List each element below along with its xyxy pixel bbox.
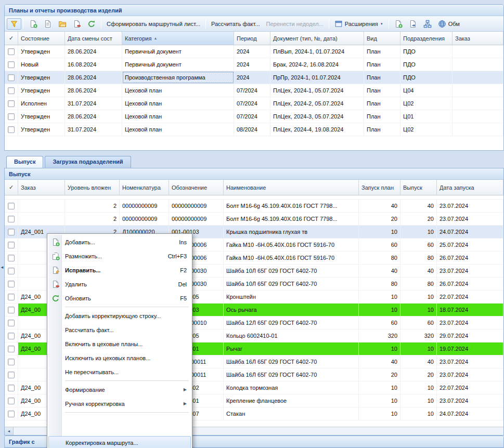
plans-grid-header-2[interactable]: Дата смены сост [65,32,122,45]
move-backlog-button[interactable]: Перенести недодел... [263,18,327,30]
plans-grid-row[interactable]: Утвержден28.06.2024Цеховой план07/2024Пл… [5,110,503,123]
header-label: Номенклатура [122,185,161,191]
row-checkbox[interactable] [8,48,15,55]
filter-button[interactable] [7,18,21,30]
open-button[interactable] [55,18,70,30]
edit-button[interactable] [41,18,55,30]
calc-fact-button[interactable]: Рассчитать факт... [208,18,263,30]
plans-grid-row[interactable]: Утвержден28.06.2024Первичный документ202… [5,45,503,58]
output-grid-header-6[interactable]: Запуск план [359,180,400,195]
plans-grid-cell-order [453,71,503,84]
hierarchy-button[interactable] [420,18,435,30]
menu-item-16[interactable]: Корректировка маршрута... [48,436,191,448]
menu-item-7[interactable]: Рассчитать факт... [48,323,191,337]
menu-item-2[interactable]: Исправить...F2 [48,263,191,277]
plans-grid-header-6[interactable]: Вид [364,32,400,45]
output-grid-header-2[interactable]: Уровень вложен [65,180,120,195]
output-grid-header-1[interactable]: Заказ [18,180,65,195]
output-grid-cell-date: 29.07.2024 [437,330,503,342]
row-checkbox-cell [5,291,18,303]
exchange-button[interactable]: Обм [435,18,463,30]
output-grid-header-8[interactable]: Дата запуска [437,180,503,195]
row-checkbox[interactable] [8,385,15,391]
output-grid-header-5[interactable]: Наименование [224,180,359,195]
output-grid-cell-date: 23.07.2024 [437,265,503,277]
output-grid-row[interactable]: 20000000000900000000009Болт М16-6g 45.10… [5,200,503,213]
menu-item-10[interactable]: Не пересчитывать... [48,365,191,379]
plans-grid-row[interactable]: Новый16.08.2024Первичный документ2024Бра… [5,58,503,71]
row-checkbox[interactable] [8,229,15,235]
row-checkbox[interactable] [8,113,15,120]
menu-item-8[interactable]: Включить в цеховые планы... [48,337,191,351]
output-grid-row[interactable]: 20000000000900000000009Болт М16-6g 45.10… [5,213,503,226]
plans-grid-cell-category: Цеховой план [122,123,234,136]
output-grid-header-3[interactable]: Номенклатура [120,180,169,195]
output-grid-header-4[interactable]: Обозначение [169,180,224,195]
row-checkbox[interactable] [8,255,15,261]
plans-grid-cell-doc: ПлЦех, 2024-2, 05.07.2024 [270,97,364,110]
plans-grid-header-1[interactable]: Состояние [18,32,65,45]
row-checkbox[interactable] [8,61,15,68]
row-checkbox[interactable] [8,307,15,313]
row-checkbox[interactable] [8,294,15,300]
row-checkbox[interactable] [8,281,15,287]
output-grid-row[interactable]: Н_Д [5,195,503,200]
output-grid-header-0[interactable]: ✓ [5,180,18,195]
menu-item-4[interactable]: ОбновитьF5 [48,291,191,305]
plans-grid-row[interactable]: Утвержден28.06.2024Производственная прог… [5,71,503,84]
plans-grid-row[interactable]: Утвержден28.06.2024Цеховой план07/2024Пл… [5,84,503,97]
collapse-left-icon[interactable]: ◄ [0,265,4,270]
add-button[interactable] [26,18,41,30]
row-checkbox-cell [5,84,18,97]
output-grid-cell-plan: 40 [359,265,400,277]
plans-grid-row[interactable]: Утвержден31.07.2024Цеховой план08/2024Пл… [5,123,503,136]
plans-grid-header-3[interactable]: Категория▲ [122,32,234,45]
row-checkbox-cell [5,97,18,110]
row-checkbox[interactable] [8,320,15,326]
refresh-button[interactable] [84,18,99,30]
row-checkbox[interactable] [8,333,15,339]
row-checkbox[interactable] [8,203,15,209]
output-grid-cell-out: 40 [400,265,437,277]
plans-grid-header-4[interactable]: Период [234,32,270,45]
menu-item-6[interactable]: Добавить корректирующую строку... [48,309,191,323]
menu-item-9[interactable]: Исключить из цеховых планов... [48,351,191,365]
menu-item-12[interactable]: Формирование▶ [48,383,191,397]
tab-vypusk[interactable]: Выпуск [6,156,43,168]
row-checkbox[interactable] [8,359,15,365]
output-grid-cell-name: Гайка М10 -6Н.05.40Х.016 ГОСТ 5916-70 [224,239,359,251]
row-checkbox[interactable] [8,242,15,248]
row-checkbox[interactable] [8,100,15,107]
menu-item-1[interactable]: Размножить...Ctrl+F3 [48,249,191,263]
plans-grid-header-5[interactable]: Документ (тип, №, дата) [270,32,364,45]
plans-grid-header-7[interactable]: Подразделения [400,32,453,45]
left-region-splitter[interactable]: ◄ [0,0,4,448]
plans-grid-header-0[interactable]: ✓ [5,32,18,45]
row-checkbox-cell [5,123,18,136]
scroll-left-icon[interactable]: ◄ [5,427,14,435]
form-route-list-button[interactable]: Сформировать маршрутный лист... [104,18,203,30]
tab-zagruzka-podrazdelenij[interactable]: Загрузка подразделений [45,156,131,168]
plans-grid-header-8[interactable]: Заказ [453,32,503,45]
plans-grid-cell-kind: План [364,45,400,58]
menu-item-3[interactable]: УдалитьDel [48,277,191,291]
row-checkbox[interactable] [8,126,15,133]
row-checkbox[interactable] [8,411,15,417]
export-button[interactable] [406,18,420,30]
delete-button[interactable] [70,18,84,30]
output-grid-header-7[interactable]: Выпуск [400,180,437,195]
row-checkbox[interactable] [8,268,15,274]
menu-item-13[interactable]: Ручная корректировка▶ [48,397,191,411]
row-checkbox[interactable] [8,346,15,352]
row-checkbox[interactable] [8,216,15,222]
report-add-button[interactable] [391,18,406,30]
row-checkbox[interactable] [8,372,15,378]
row-checkbox[interactable] [8,74,15,81]
row-checkbox[interactable] [8,87,15,94]
plans-grid-row[interactable]: Исполнен31.07.2024Цеховой план07/2024ПлЦ… [5,97,503,110]
extensions-button[interactable]: Расширения ▼ [331,18,386,30]
menu-item-0[interactable]: Добавить...Ins [48,235,191,249]
row-checkbox[interactable] [8,398,15,404]
submenu-arrow-icon: ▶ [184,387,187,392]
row-checkbox-cell [5,226,18,238]
